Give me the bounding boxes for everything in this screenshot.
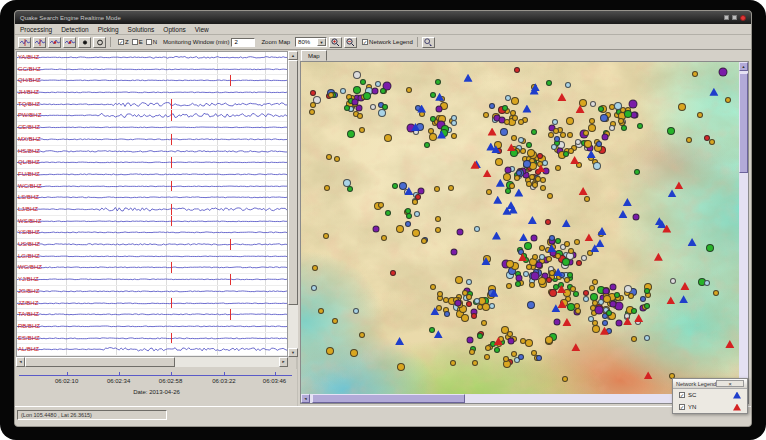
event-marker[interactable]: [359, 332, 365, 338]
event-marker[interactable]: [554, 319, 561, 326]
event-marker[interactable]: [344, 105, 350, 111]
zoom-out-button[interactable]: [344, 37, 357, 48]
event-marker[interactable]: [471, 313, 477, 319]
event-marker[interactable]: [381, 235, 387, 241]
station-marker-sc[interactable]: [514, 189, 523, 197]
event-marker[interactable]: [429, 327, 435, 333]
event-marker[interactable]: [526, 181, 532, 187]
event-marker[interactable]: [725, 97, 731, 103]
event-marker[interactable]: [351, 99, 358, 106]
event-marker[interactable]: [372, 226, 379, 233]
station-marker-yn[interactable]: [579, 187, 588, 195]
event-marker[interactable]: [536, 262, 543, 269]
event-marker[interactable]: [523, 160, 531, 168]
event-marker[interactable]: [494, 347, 500, 353]
event-marker[interactable]: [435, 79, 441, 85]
event-marker[interactable]: [539, 254, 545, 260]
event-marker[interactable]: [718, 68, 727, 77]
event-marker[interactable]: [600, 114, 608, 122]
event-marker[interactable]: [667, 127, 675, 135]
event-marker[interactable]: [507, 331, 513, 337]
event-marker[interactable]: [511, 351, 517, 357]
station-marker-yn[interactable]: [557, 93, 566, 101]
event-marker[interactable]: [385, 210, 391, 216]
trace-horizontal-scrollbar[interactable]: ◄►: [16, 357, 288, 367]
event-marker[interactable]: [576, 260, 582, 266]
event-marker[interactable]: [614, 292, 620, 298]
event-marker[interactable]: [583, 296, 589, 302]
minimize-button[interactable]: [724, 15, 729, 20]
event-marker[interactable]: [328, 92, 334, 98]
close-icon[interactable]: ×: [716, 380, 744, 387]
event-marker[interactable]: [474, 226, 480, 232]
trace-row[interactable]: YS/BHZ: [17, 227, 287, 239]
event-marker[interactable]: [466, 301, 472, 307]
event-marker[interactable]: [324, 185, 330, 191]
station-marker-sc[interactable]: [668, 189, 677, 197]
event-marker[interactable]: [489, 303, 495, 309]
event-marker[interactable]: [466, 279, 472, 285]
event-marker[interactable]: [531, 129, 537, 135]
event-marker[interactable]: [634, 169, 640, 175]
event-marker[interactable]: [505, 95, 511, 101]
station-marker-yn[interactable]: [725, 340, 734, 348]
trace-row[interactable]: TA/BHZ: [17, 309, 287, 321]
trace-row[interactable]: US/BHZ: [17, 239, 287, 251]
event-marker[interactable]: [357, 113, 363, 119]
event-marker[interactable]: [592, 300, 598, 306]
station-marker-sc[interactable]: [595, 239, 604, 247]
station-marker-sc[interactable]: [522, 105, 531, 113]
trace-overlay-button[interactable]: [33, 37, 46, 48]
component-toggle-n[interactable]: N: [146, 39, 157, 45]
event-marker[interactable]: [570, 286, 576, 292]
event-marker[interactable]: [505, 188, 511, 194]
event-marker[interactable]: [310, 102, 316, 108]
station-marker-yn[interactable]: [674, 181, 683, 189]
event-marker[interactable]: [477, 333, 483, 339]
event-marker[interactable]: [532, 182, 538, 188]
station-marker-sc[interactable]: [623, 198, 632, 206]
event-marker[interactable]: [583, 290, 589, 296]
trace-vertical-scrollbar[interactable]: ▲▼: [288, 51, 298, 357]
station-marker-sc[interactable]: [492, 232, 501, 240]
network-legend-titlebar[interactable]: Network Legend ×: [673, 379, 747, 389]
scroll-right-arrow-icon[interactable]: ►: [279, 357, 288, 367]
station-marker-yn[interactable]: [634, 314, 643, 322]
event-marker[interactable]: [602, 320, 608, 326]
event-marker[interactable]: [469, 349, 475, 355]
event-marker[interactable]: [421, 238, 427, 244]
event-marker[interactable]: [644, 335, 650, 341]
event-marker[interactable]: [456, 229, 463, 236]
component-toggle-e[interactable]: E: [132, 39, 143, 45]
event-marker[interactable]: [554, 136, 560, 142]
trace-row[interactable]: HS/BHZ: [17, 146, 287, 158]
event-marker[interactable]: [461, 314, 469, 322]
event-marker[interactable]: [529, 174, 535, 180]
event-marker[interactable]: [390, 270, 396, 276]
event-marker[interactable]: [466, 337, 473, 344]
trace-row[interactable]: WS/BHZ: [17, 216, 287, 228]
trace-row[interactable]: LS/BHZ: [17, 192, 287, 204]
event-marker[interactable]: [448, 185, 454, 191]
scroll-thumb[interactable]: [739, 73, 748, 173]
network-legend-toggle[interactable]: Network Legend: [362, 39, 413, 45]
event-marker[interactable]: [483, 112, 489, 118]
event-marker[interactable]: [584, 140, 592, 148]
event-marker[interactable]: [644, 303, 650, 309]
event-marker[interactable]: [589, 118, 595, 124]
scroll-thumb[interactable]: [288, 60, 298, 305]
event-marker[interactable]: [678, 103, 686, 111]
event-marker[interactable]: [406, 87, 412, 93]
trace-row[interactable]: ES/BHZ: [17, 333, 287, 345]
trace-row[interactable]: LG/BHZ: [17, 251, 287, 263]
station-marker-sc[interactable]: [395, 337, 404, 345]
station-marker-sc[interactable]: [688, 238, 697, 246]
event-marker[interactable]: [435, 216, 441, 222]
event-marker[interactable]: [583, 130, 589, 136]
event-marker[interactable]: [396, 225, 404, 233]
event-marker[interactable]: [380, 88, 386, 94]
event-marker[interactable]: [609, 125, 615, 131]
event-marker[interactable]: [581, 255, 587, 261]
event-marker[interactable]: [414, 211, 420, 217]
station-marker-yn[interactable]: [644, 371, 653, 379]
